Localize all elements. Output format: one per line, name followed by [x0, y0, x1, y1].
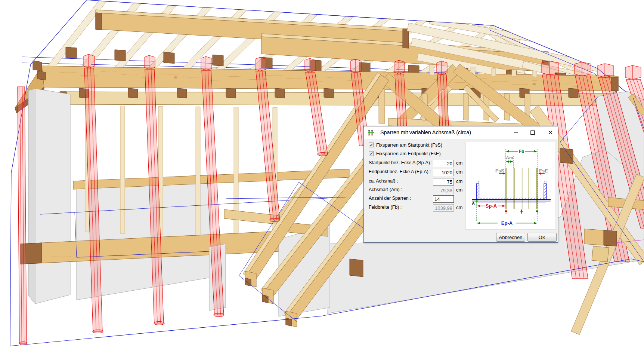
- svg-text:Fb: Fb: [519, 149, 524, 154]
- svg-text:Am: Am: [506, 155, 513, 160]
- svg-text:Sp-A: Sp-A: [486, 203, 497, 209]
- svg-text:Ep-A: Ep-A: [501, 220, 513, 226]
- svg-text:A: A: [472, 201, 474, 205]
